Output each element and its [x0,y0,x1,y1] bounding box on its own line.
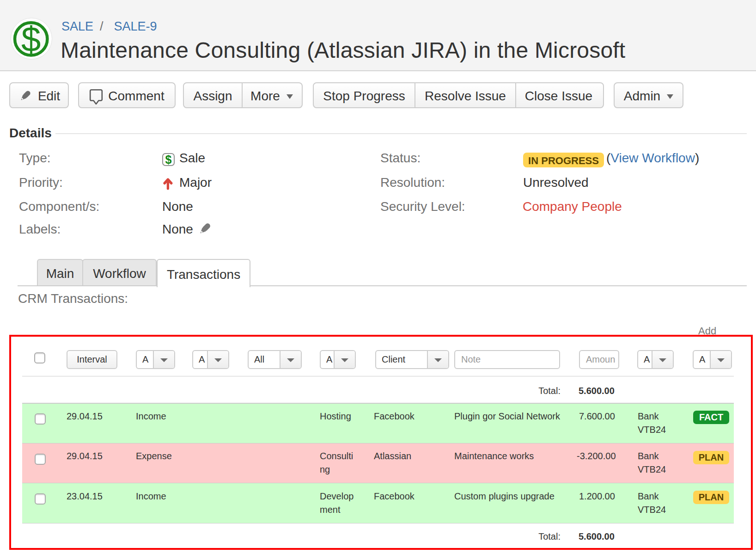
svg-text:$: $ [21,19,41,59]
